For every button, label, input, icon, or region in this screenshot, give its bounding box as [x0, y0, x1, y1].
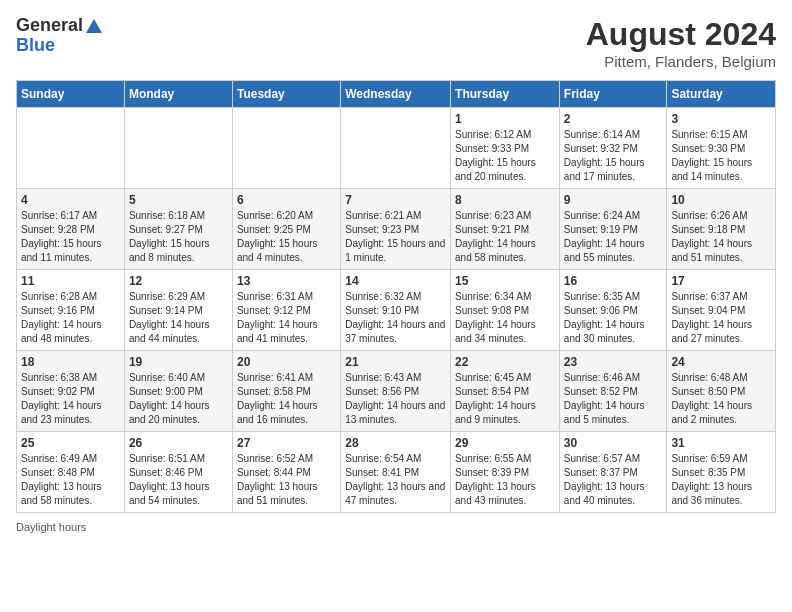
day-number: 22 — [455, 355, 555, 369]
day-number: 4 — [21, 193, 120, 207]
day-cell: 22Sunrise: 6:45 AMSunset: 8:54 PMDayligh… — [451, 351, 560, 432]
col-header-tuesday: Tuesday — [232, 81, 340, 108]
day-number: 24 — [671, 355, 771, 369]
daylight-hours-label: Daylight hours — [16, 521, 86, 533]
day-number: 7 — [345, 193, 446, 207]
day-number: 30 — [564, 436, 663, 450]
day-info: Sunrise: 6:23 AMSunset: 9:21 PMDaylight:… — [455, 209, 555, 265]
day-number: 14 — [345, 274, 446, 288]
day-info: Sunrise: 6:45 AMSunset: 8:54 PMDaylight:… — [455, 371, 555, 427]
header: General Blue August 2024 Pittem, Flander… — [16, 16, 776, 70]
day-number: 13 — [237, 274, 336, 288]
day-cell: 12Sunrise: 6:29 AMSunset: 9:14 PMDayligh… — [124, 270, 232, 351]
day-cell: 7Sunrise: 6:21 AMSunset: 9:23 PMDaylight… — [341, 189, 451, 270]
col-header-friday: Friday — [559, 81, 667, 108]
day-number: 25 — [21, 436, 120, 450]
day-cell: 6Sunrise: 6:20 AMSunset: 9:25 PMDaylight… — [232, 189, 340, 270]
day-number: 18 — [21, 355, 120, 369]
day-info: Sunrise: 6:40 AMSunset: 9:00 PMDaylight:… — [129, 371, 228, 427]
col-header-wednesday: Wednesday — [341, 81, 451, 108]
day-info: Sunrise: 6:52 AMSunset: 8:44 PMDaylight:… — [237, 452, 336, 508]
week-row-5: 25Sunrise: 6:49 AMSunset: 8:48 PMDayligh… — [17, 432, 776, 513]
col-header-saturday: Saturday — [667, 81, 776, 108]
day-info: Sunrise: 6:46 AMSunset: 8:52 PMDaylight:… — [564, 371, 663, 427]
day-cell: 31Sunrise: 6:59 AMSunset: 8:35 PMDayligh… — [667, 432, 776, 513]
day-info: Sunrise: 6:17 AMSunset: 9:28 PMDaylight:… — [21, 209, 120, 265]
day-cell: 17Sunrise: 6:37 AMSunset: 9:04 PMDayligh… — [667, 270, 776, 351]
day-cell: 27Sunrise: 6:52 AMSunset: 8:44 PMDayligh… — [232, 432, 340, 513]
day-info: Sunrise: 6:37 AMSunset: 9:04 PMDaylight:… — [671, 290, 771, 346]
day-cell: 2Sunrise: 6:14 AMSunset: 9:32 PMDaylight… — [559, 108, 667, 189]
day-number: 5 — [129, 193, 228, 207]
day-info: Sunrise: 6:35 AMSunset: 9:06 PMDaylight:… — [564, 290, 663, 346]
svg-marker-0 — [86, 19, 102, 33]
logo: General Blue — [16, 16, 103, 56]
col-header-thursday: Thursday — [451, 81, 560, 108]
day-cell: 20Sunrise: 6:41 AMSunset: 8:58 PMDayligh… — [232, 351, 340, 432]
logo-general: General — [16, 16, 83, 36]
day-cell: 18Sunrise: 6:38 AMSunset: 9:02 PMDayligh… — [17, 351, 125, 432]
day-cell: 26Sunrise: 6:51 AMSunset: 8:46 PMDayligh… — [124, 432, 232, 513]
col-header-sunday: Sunday — [17, 81, 125, 108]
day-number: 10 — [671, 193, 771, 207]
day-number: 1 — [455, 112, 555, 126]
day-number: 19 — [129, 355, 228, 369]
title-section: August 2024 Pittem, Flanders, Belgium — [586, 16, 776, 70]
day-info: Sunrise: 6:26 AMSunset: 9:18 PMDaylight:… — [671, 209, 771, 265]
day-cell: 30Sunrise: 6:57 AMSunset: 8:37 PMDayligh… — [559, 432, 667, 513]
day-number: 23 — [564, 355, 663, 369]
day-number: 3 — [671, 112, 771, 126]
day-number: 31 — [671, 436, 771, 450]
day-cell — [341, 108, 451, 189]
day-info: Sunrise: 6:18 AMSunset: 9:27 PMDaylight:… — [129, 209, 228, 265]
header-row: SundayMondayTuesdayWednesdayThursdayFrid… — [17, 81, 776, 108]
day-info: Sunrise: 6:49 AMSunset: 8:48 PMDaylight:… — [21, 452, 120, 508]
day-info: Sunrise: 6:59 AMSunset: 8:35 PMDaylight:… — [671, 452, 771, 508]
day-number: 21 — [345, 355, 446, 369]
day-info: Sunrise: 6:48 AMSunset: 8:50 PMDaylight:… — [671, 371, 771, 427]
day-info: Sunrise: 6:20 AMSunset: 9:25 PMDaylight:… — [237, 209, 336, 265]
day-info: Sunrise: 6:57 AMSunset: 8:37 PMDaylight:… — [564, 452, 663, 508]
day-number: 8 — [455, 193, 555, 207]
calendar-table: SundayMondayTuesdayWednesdayThursdayFrid… — [16, 80, 776, 513]
day-number: 26 — [129, 436, 228, 450]
month-year: August 2024 — [586, 16, 776, 53]
day-number: 12 — [129, 274, 228, 288]
day-cell: 5Sunrise: 6:18 AMSunset: 9:27 PMDaylight… — [124, 189, 232, 270]
day-number: 6 — [237, 193, 336, 207]
day-cell — [124, 108, 232, 189]
week-row-2: 4Sunrise: 6:17 AMSunset: 9:28 PMDaylight… — [17, 189, 776, 270]
day-cell: 19Sunrise: 6:40 AMSunset: 9:00 PMDayligh… — [124, 351, 232, 432]
logo-blue: Blue — [16, 36, 55, 56]
day-info: Sunrise: 6:14 AMSunset: 9:32 PMDaylight:… — [564, 128, 663, 184]
day-cell: 3Sunrise: 6:15 AMSunset: 9:30 PMDaylight… — [667, 108, 776, 189]
day-info: Sunrise: 6:41 AMSunset: 8:58 PMDaylight:… — [237, 371, 336, 427]
day-info: Sunrise: 6:32 AMSunset: 9:10 PMDaylight:… — [345, 290, 446, 346]
day-number: 11 — [21, 274, 120, 288]
day-number: 27 — [237, 436, 336, 450]
day-info: Sunrise: 6:31 AMSunset: 9:12 PMDaylight:… — [237, 290, 336, 346]
day-number: 28 — [345, 436, 446, 450]
week-row-3: 11Sunrise: 6:28 AMSunset: 9:16 PMDayligh… — [17, 270, 776, 351]
week-row-1: 1Sunrise: 6:12 AMSunset: 9:33 PMDaylight… — [17, 108, 776, 189]
day-cell: 15Sunrise: 6:34 AMSunset: 9:08 PMDayligh… — [451, 270, 560, 351]
day-cell: 11Sunrise: 6:28 AMSunset: 9:16 PMDayligh… — [17, 270, 125, 351]
day-cell: 29Sunrise: 6:55 AMSunset: 8:39 PMDayligh… — [451, 432, 560, 513]
day-number: 15 — [455, 274, 555, 288]
day-cell — [17, 108, 125, 189]
day-info: Sunrise: 6:43 AMSunset: 8:56 PMDaylight:… — [345, 371, 446, 427]
day-info: Sunrise: 6:28 AMSunset: 9:16 PMDaylight:… — [21, 290, 120, 346]
day-number: 29 — [455, 436, 555, 450]
day-number: 20 — [237, 355, 336, 369]
day-info: Sunrise: 6:51 AMSunset: 8:46 PMDaylight:… — [129, 452, 228, 508]
day-cell: 21Sunrise: 6:43 AMSunset: 8:56 PMDayligh… — [341, 351, 451, 432]
day-cell: 16Sunrise: 6:35 AMSunset: 9:06 PMDayligh… — [559, 270, 667, 351]
day-info: Sunrise: 6:21 AMSunset: 9:23 PMDaylight:… — [345, 209, 446, 265]
day-info: Sunrise: 6:24 AMSunset: 9:19 PMDaylight:… — [564, 209, 663, 265]
day-info: Sunrise: 6:54 AMSunset: 8:41 PMDaylight:… — [345, 452, 446, 508]
day-cell: 24Sunrise: 6:48 AMSunset: 8:50 PMDayligh… — [667, 351, 776, 432]
day-info: Sunrise: 6:34 AMSunset: 9:08 PMDaylight:… — [455, 290, 555, 346]
day-number: 9 — [564, 193, 663, 207]
day-cell: 23Sunrise: 6:46 AMSunset: 8:52 PMDayligh… — [559, 351, 667, 432]
day-number: 17 — [671, 274, 771, 288]
